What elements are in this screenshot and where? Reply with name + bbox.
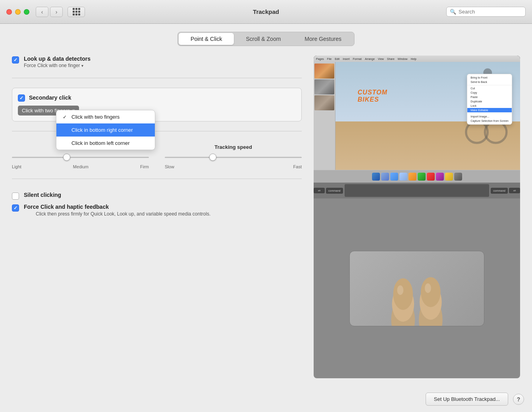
sim-view-menu: View: [378, 58, 384, 60]
sim-pages-icon: Pages: [316, 58, 324, 60]
click-slider-line: [12, 157, 149, 158]
sim-help-menu: Help: [411, 58, 416, 60]
tab-scroll-zoom[interactable]: Scroll & Zoom: [234, 33, 293, 45]
lookup-option-row: Look up & data detectors Force Click wit…: [12, 56, 302, 68]
force-click-description: Click then press firmly for Quick Look, …: [36, 211, 210, 218]
forward-button[interactable]: ›: [50, 7, 63, 17]
dropdown-item-bottom-right[interactable]: Click in bottom right corner: [56, 123, 155, 137]
dropdown-item-two-fingers[interactable]: ✓ Click with two fingers: [56, 110, 155, 123]
secondary-click-checkbox[interactable]: [18, 94, 25, 102]
grid-button[interactable]: [67, 7, 85, 17]
sim-menubar: Pages File Edit Insert Format Arrange Vi…: [314, 56, 520, 62]
window-title: Trackpad: [253, 8, 279, 15]
divider-1: [12, 78, 302, 78]
sim-share-menu: Share: [387, 58, 395, 60]
close-button[interactable]: [6, 9, 12, 15]
lookup-option-subtitle: Force Click with one finger ▾: [24, 63, 91, 68]
right-keys: command alt: [491, 188, 520, 194]
right-panel: Pages File Edit Insert Format Arrange Vi…: [314, 56, 520, 378]
tabs: Point & Click Scroll & Zoom More Gesture…: [177, 32, 355, 46]
tab-more-gestures[interactable]: More Gestures: [293, 33, 353, 45]
svg-point-10: [397, 285, 403, 295]
trackpad-surface: [349, 251, 484, 326]
force-click-row: Force Click and haptic feedback Click th…: [12, 204, 302, 218]
bottom-bar: Set Up Bluetooth Trackpad... ?: [0, 386, 532, 412]
svg-point-9: [421, 277, 441, 307]
ctx-import-image: Import Image...: [467, 114, 512, 119]
tracking-slider-group: Tracking speed Slow Fast: [165, 144, 302, 169]
dock-icon-9: [445, 173, 453, 181]
keyboard-sim: alt command command alt: [314, 183, 520, 198]
divider-3: [12, 179, 302, 179]
sim-edit-menu: Edit: [335, 58, 339, 60]
ctx-bring-front: Bring to Front: [467, 75, 512, 80]
click-slider-track: [12, 153, 149, 161]
sim-thumb-2: [314, 79, 334, 94]
nav-buttons: ‹ ›: [36, 7, 85, 17]
svg-point-6: [393, 278, 413, 310]
sim-thumb-1: [314, 64, 334, 79]
right-cmd-key: command: [491, 188, 508, 194]
svg-point-11: [425, 283, 431, 293]
sim-main-area: CUSTOM BIKES Bring to Front Send to Back…: [335, 62, 520, 170]
two-fingers-svg: [350, 251, 484, 326]
setup-bluetooth-button[interactable]: Set Up Bluetooth Trackpad...: [426, 393, 508, 406]
mac-screen-sim: Pages File Edit Insert Format Arrange Vi…: [314, 56, 520, 198]
bottom-options: Silent clicking Force Click and haptic f…: [12, 192, 302, 218]
dock-icon-5: [409, 173, 416, 181]
sim-thumb-3: [314, 95, 334, 110]
dock-icon-10: [454, 173, 462, 181]
force-click-label: Force Click and haptic feedback: [24, 204, 210, 210]
lookup-dropdown-arrow[interactable]: ▾: [81, 64, 83, 68]
secondary-click-header: Secondary click: [18, 94, 296, 102]
checkmark-two-fingers: ✓: [63, 114, 68, 120]
dock-icon-6: [418, 173, 426, 181]
sliders-section: Click Light Medium Firm: [12, 144, 302, 169]
traffic-lights: [6, 9, 29, 15]
tab-point-click[interactable]: Point & Click: [179, 33, 234, 45]
dock-icon-4: [399, 173, 407, 181]
sim-dock: [314, 170, 520, 183]
tracking-slider-thumb[interactable]: [209, 154, 216, 161]
ctx-make-editable: Make Editable: [467, 108, 512, 112]
sim-sidebar: [314, 62, 335, 170]
tracking-slider-track: [165, 153, 302, 161]
sim-insert-menu: Insert: [343, 58, 350, 60]
silent-clicking-checkbox[interactable]: [12, 193, 19, 200]
secondary-click-section: Secondary click Click with two fingers ▾…: [12, 88, 302, 121]
back-button[interactable]: ‹: [36, 7, 48, 17]
search-input[interactable]: [459, 9, 522, 15]
sim-file-menu: File: [327, 58, 332, 60]
silent-clicking-row: Silent clicking: [12, 192, 302, 200]
content-area: Look up & data detectors Force Click wit…: [12, 56, 520, 378]
search-icon: 🔍: [450, 9, 456, 15]
left-keys: alt command: [314, 188, 343, 194]
dock-icon-7: [427, 173, 435, 181]
grid-icon: [73, 8, 80, 15]
lookup-checkbox[interactable]: [12, 56, 19, 64]
trackpad-preview: [314, 198, 520, 378]
main-content: Point & Click Scroll & Zoom More Gesture…: [0, 24, 532, 386]
dock-icon-3: [390, 173, 398, 181]
force-click-checkbox[interactable]: [12, 204, 19, 212]
titlebar: ‹ › Trackpad 🔍: [0, 0, 532, 24]
ctx-copy: Copy: [467, 90, 512, 95]
sim-body: CUSTOM BIKES Bring to Front Send to Back…: [314, 62, 520, 170]
lookup-option-title: Look up & data detectors: [24, 56, 91, 62]
tracking-slider-label: Tracking speed: [165, 144, 302, 150]
forward-icon: ›: [56, 9, 58, 15]
ctx-cut: Cut: [467, 86, 512, 90]
search-box[interactable]: 🔍: [446, 7, 526, 17]
tabs-container: Point & Click Scroll & Zoom More Gesture…: [12, 32, 520, 46]
ctx-capture: Capture Selection from Screen: [467, 119, 512, 123]
sim-window-menu: Window: [398, 58, 408, 60]
minimize-button[interactable]: [15, 9, 21, 15]
help-button[interactable]: ?: [513, 394, 524, 405]
lookup-option-text: Look up & data detectors Force Click wit…: [24, 56, 91, 68]
secondary-click-dropdown-menu: ✓ Click with two fingers Click in bottom…: [56, 110, 155, 150]
back-icon: ‹: [41, 9, 43, 15]
click-slider-thumb[interactable]: [63, 154, 70, 161]
maximize-button[interactable]: [24, 9, 29, 15]
ctx-lock: Lock: [467, 104, 512, 108]
dropdown-item-bottom-left[interactable]: Click in bottom left corner: [56, 137, 155, 150]
